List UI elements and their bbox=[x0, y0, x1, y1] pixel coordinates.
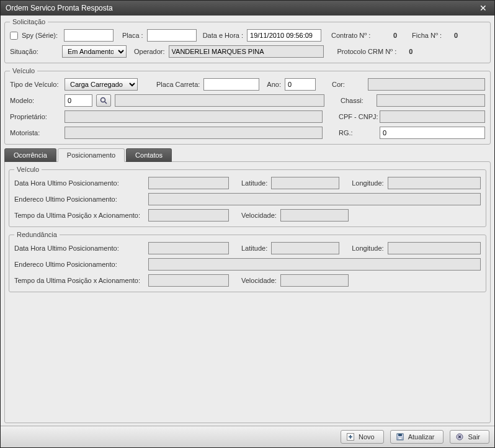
operador-input bbox=[169, 45, 324, 58]
pos-v-end-input bbox=[148, 193, 481, 205]
pos-r-lon-input bbox=[388, 242, 481, 254]
tipo-veiculo-label: Tipo de Veículo: bbox=[10, 81, 61, 88]
sair-label: Sair bbox=[468, 433, 480, 441]
spy-checkbox[interactable] bbox=[10, 32, 18, 40]
proprietario-input bbox=[65, 110, 323, 123]
pos-redundancia-legend: Redundância bbox=[14, 231, 60, 238]
chassi-label: Chassi: bbox=[341, 97, 373, 104]
cpfcnpj-label: CPF - CNPJ: bbox=[339, 113, 376, 120]
content-area: Solicitação Spy (Série): Placa : Data e … bbox=[1, 16, 494, 426]
tab-posicionamento[interactable]: Posicionamento bbox=[58, 148, 125, 162]
window: Ordem Servico Pronta Resposta ✕ Solicita… bbox=[0, 0, 495, 448]
pos-longitude-label: Longitude: bbox=[352, 179, 383, 187]
pos-v-vel-input bbox=[280, 209, 349, 222]
ano-input[interactable] bbox=[285, 78, 316, 91]
footer-bar: Novo Atualizar Sair bbox=[1, 426, 494, 447]
pos-veiculo-legend: Veículo bbox=[14, 166, 42, 173]
pos-v-lon-input bbox=[388, 177, 481, 189]
save-icon bbox=[396, 432, 404, 441]
protocolo-value: 0 bbox=[400, 48, 412, 55]
situacao-select[interactable]: Em Andamento bbox=[62, 45, 127, 58]
pos-velocidade-label: Velocidade: bbox=[241, 212, 277, 219]
pos-datahora-label: Data Hora Ultimo Posicionamento: bbox=[14, 179, 145, 187]
pos-r-tempo-input bbox=[148, 274, 229, 287]
pos-v-tempo-input bbox=[148, 209, 229, 222]
close-icon[interactable]: ✕ bbox=[477, 3, 489, 13]
cor-label: Cor: bbox=[332, 81, 364, 88]
placa-label: Placa : bbox=[122, 32, 143, 39]
pos-redundancia-group: Redundância Data Hora Ultimo Posicioname… bbox=[9, 231, 486, 292]
tipo-veiculo-select[interactable]: Carga Carregado bbox=[65, 78, 138, 91]
svg-line-1 bbox=[105, 102, 107, 104]
sair-button[interactable]: Sair bbox=[450, 430, 489, 444]
datahora-label: Data e Hora : bbox=[203, 32, 243, 39]
svg-rect-7 bbox=[398, 437, 402, 439]
pos-r-velocidade-label: Velocidade: bbox=[241, 277, 277, 284]
atualizar-button[interactable]: Atualizar bbox=[390, 430, 444, 444]
contrato-value: 0 bbox=[378, 32, 397, 39]
modelo-search-button[interactable] bbox=[96, 94, 111, 107]
pos-veiculo-group: Veículo Data Hora Ultimo Posicionamento:… bbox=[9, 166, 486, 227]
pos-v-lat-input bbox=[271, 177, 339, 189]
rg-input[interactable] bbox=[380, 127, 485, 139]
plus-icon bbox=[346, 432, 355, 441]
chassi-input bbox=[377, 94, 485, 107]
pos-r-datahora-input bbox=[148, 242, 229, 254]
tab-panel-posicionamento: Veículo Data Hora Ultimo Posicionamento:… bbox=[4, 161, 491, 423]
veiculo-group: Veículo Tipo de Veículo: Carga Carregado… bbox=[4, 67, 491, 145]
pos-r-vel-input bbox=[280, 274, 349, 287]
motorista-label: Motorista: bbox=[10, 129, 61, 137]
pos-r-datahora-label: Data Hora Ultimo Posicionamento: bbox=[14, 244, 145, 252]
tab-ocorrencia[interactable]: Ocorrência bbox=[4, 148, 56, 162]
contrato-label: Contrato Nº : bbox=[331, 32, 375, 39]
pos-latitude-label: Latitude: bbox=[241, 179, 267, 187]
protocolo-label: Protocolo CRM Nº : bbox=[337, 48, 397, 55]
modelo-input[interactable] bbox=[65, 94, 92, 107]
motorista-input bbox=[65, 127, 323, 139]
placa-carreta-label: Placa Carreta: bbox=[156, 81, 200, 88]
novo-button[interactable]: Novo bbox=[341, 430, 384, 444]
rg-label: RG.: bbox=[339, 129, 376, 137]
ficha-label: Ficha Nº : bbox=[412, 32, 442, 39]
pos-r-lat-input bbox=[271, 242, 339, 254]
datahora-input[interactable] bbox=[247, 29, 321, 42]
ano-label: Ano: bbox=[267, 81, 281, 88]
close-circle-icon bbox=[455, 432, 464, 441]
pos-r-tempo-label: Tempo da Ultima Posição x Acionamento: bbox=[14, 277, 145, 284]
tab-bar: Ocorrência Posicionamento Contatos bbox=[4, 148, 491, 162]
ficha-value: 0 bbox=[445, 32, 458, 39]
pos-endereco-label: Endereco Ultimo Posicionamento: bbox=[14, 195, 145, 203]
titlebar: Ordem Servico Pronta Resposta ✕ bbox=[1, 1, 494, 16]
situacao-label: Situação: bbox=[10, 48, 58, 55]
spy-input[interactable] bbox=[64, 29, 114, 42]
modelo-desc-input bbox=[115, 94, 324, 107]
tab-contatos[interactable]: Contatos bbox=[126, 148, 172, 162]
placa-input[interactable] bbox=[147, 29, 197, 42]
pos-r-longitude-label: Longitude: bbox=[352, 244, 383, 252]
novo-label: Novo bbox=[359, 433, 375, 441]
pos-v-datahora-input bbox=[148, 177, 229, 189]
atualizar-label: Atualizar bbox=[408, 433, 435, 441]
cor-input bbox=[368, 78, 485, 91]
window-title: Ordem Servico Pronta Resposta bbox=[6, 4, 113, 12]
pos-r-end-input bbox=[148, 258, 481, 271]
proprietario-label: Proprietário: bbox=[10, 113, 61, 120]
pos-tempo-label: Tempo da Ultima Posição x Acionamento: bbox=[14, 212, 145, 219]
cpfcnpj-input bbox=[380, 110, 485, 123]
search-icon bbox=[99, 96, 108, 105]
placa-carreta-input[interactable] bbox=[203, 78, 259, 91]
pos-r-latitude-label: Latitude: bbox=[241, 244, 267, 252]
veiculo-legend: Veículo bbox=[10, 67, 37, 74]
solicitacao-legend: Solicitação bbox=[10, 18, 48, 25]
modelo-label: Modelo: bbox=[10, 97, 61, 104]
svg-point-0 bbox=[101, 98, 105, 102]
solicitacao-group: Solicitação Spy (Série): Placa : Data e … bbox=[4, 18, 491, 63]
svg-rect-6 bbox=[398, 434, 402, 436]
operador-label: Operador: bbox=[134, 48, 165, 55]
spy-label: Spy (Série): bbox=[22, 32, 60, 39]
pos-r-endereco-label: Endereco Ultimo Posicionamento: bbox=[14, 261, 145, 268]
